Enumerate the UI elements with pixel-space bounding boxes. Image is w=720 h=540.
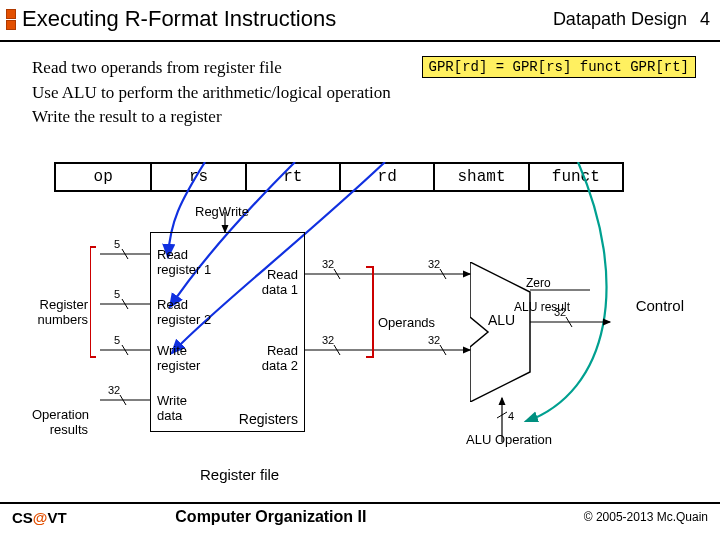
register-file-caption: Register file — [200, 466, 279, 483]
bullet-item: Use ALU to perform the arithmetic/logica… — [32, 81, 391, 106]
svg-text:5: 5 — [114, 288, 120, 300]
brand-squares-icon — [6, 9, 16, 30]
bus-width-5: 5 — [114, 238, 120, 250]
datapath-diagram: Register numbers Operation results Contr… — [90, 212, 630, 452]
register-numbers-label: Register numbers — [32, 297, 88, 327]
page-number: 4 — [700, 9, 710, 29]
svg-text:32: 32 — [554, 306, 566, 318]
svg-text:32: 32 — [322, 334, 334, 346]
svg-text:32: 32 — [108, 384, 120, 396]
footer-rule — [0, 502, 720, 504]
header-rule — [0, 40, 720, 42]
section-label: Datapath Design 4 — [553, 9, 710, 30]
footer-left: CS@VT — [12, 509, 67, 526]
page-title: Executing R-Format Instructions — [22, 6, 336, 32]
svg-text:32: 32 — [428, 258, 440, 270]
operation-results-label: Operation results — [32, 407, 88, 437]
bullet-item: Write the result to a register — [32, 105, 391, 130]
bullet-list: Read two operands from register file Use… — [32, 56, 391, 130]
operation-formula: GPR[rd] = GPR[rs] funct GPR[rt] — [422, 56, 696, 78]
footer-copyright: © 2005-2013 Mc.Quain — [584, 510, 708, 524]
bullet-item: Read two operands from register file — [32, 56, 391, 81]
svg-text:32: 32 — [322, 258, 334, 270]
footer-center: Computer Organization II — [175, 508, 366, 526]
svg-text:5: 5 — [114, 334, 120, 346]
svg-text:4: 4 — [508, 410, 514, 422]
wires: 5 5 5 32 32 32 32 32 32 4 — [90, 212, 650, 472]
svg-text:32: 32 — [428, 334, 440, 346]
